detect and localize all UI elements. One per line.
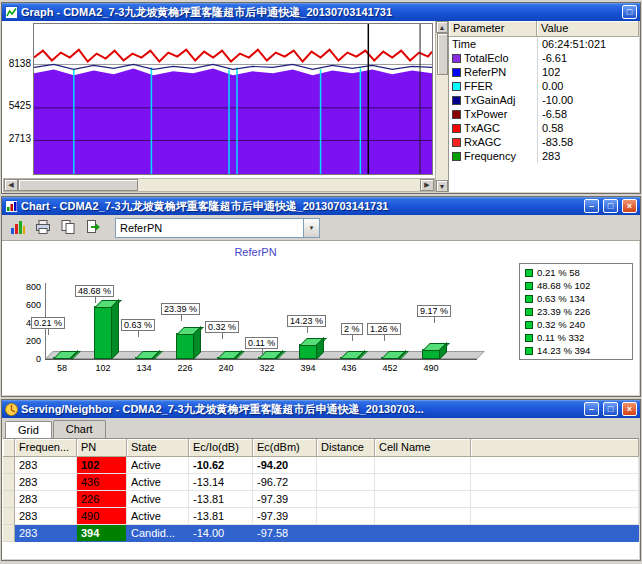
serving-window-icon <box>5 403 18 416</box>
maximize-button[interactable]: □ <box>603 199 618 213</box>
serving-neighbor-window: Serving/Neighbor - CDMA2_7-3九龙坡黄桷坪重客隆超市后… <box>1 399 641 561</box>
tab-chart[interactable]: Chart <box>53 420 106 438</box>
serving-grid: Frequen... PN State Ec/Io(dB) Ec(dBm) Di… <box>3 438 639 559</box>
row-selector-header <box>3 439 15 457</box>
x-tick: 322 <box>247 363 287 373</box>
series-color-swatch <box>452 152 461 161</box>
scroll-right-button[interactable]: ▶ <box>420 179 434 191</box>
bar-chart-icon <box>10 219 26 237</box>
column-header-ecio[interactable]: Ec/Io(dB) <box>189 439 253 457</box>
maximize-button[interactable]: □ <box>603 402 618 416</box>
printer-icon <box>35 219 51 237</box>
cell-ec: -97.58 <box>253 525 317 542</box>
minimize-button[interactable]: – <box>584 402 599 416</box>
close-button[interactable]: × <box>622 199 637 213</box>
cell-frequency: 283 <box>15 508 77 525</box>
y-tick: 8138 <box>9 58 31 69</box>
param-name: RxAGC <box>464 136 501 148</box>
percent-label: 23.39 % <box>161 303 200 315</box>
param-name: TotalEclo <box>464 52 509 64</box>
cell-ecio: -13.14 <box>189 474 253 491</box>
x-tick: 436 <box>329 363 369 373</box>
parameter-select[interactable]: ReferPN ▼ <box>115 218 320 238</box>
serving-tabstrip: Grid Chart <box>2 418 640 438</box>
column-header-state[interactable]: State <box>127 439 189 457</box>
percent-label: 1.26 % <box>367 323 401 335</box>
percent-label: 0.11 % <box>245 337 278 349</box>
cell-state: Active <box>127 457 189 474</box>
graph-y-axis: 8138 5425 2713 <box>3 21 33 178</box>
print-button[interactable] <box>32 218 54 238</box>
cell-ec: -94.20 <box>253 457 317 474</box>
chart-window-titlebar[interactable]: Chart - CDMA2_7-3九龙坡黄桷坪重客隆超市后申通快递_201307… <box>2 197 640 215</box>
copy-button[interactable] <box>57 218 79 238</box>
percent-label: 2 % <box>341 323 363 335</box>
y-tick: 2713 <box>9 133 31 144</box>
cell-state: Active <box>127 491 189 508</box>
percent-label: 48.68 % <box>75 285 114 297</box>
cell-pn: 226 <box>77 491 127 508</box>
legend-item: 0.32 % 240 <box>525 319 627 330</box>
close-button[interactable]: × <box>622 402 637 416</box>
chart-type-button[interactable] <box>7 218 29 238</box>
column-header-value[interactable]: Value <box>537 21 639 36</box>
tab-grid[interactable]: Grid <box>5 421 52 439</box>
cell-ecio: -14.00 <box>189 525 253 542</box>
scroll-up-button[interactable]: ▲ <box>436 21 448 33</box>
cell-frequency: 283 <box>15 474 77 491</box>
export-icon <box>85 219 101 237</box>
export-button[interactable] <box>82 218 104 238</box>
legend-item: 48.68 % 102 <box>525 280 627 291</box>
graph-plot-column: 8138 5425 2713 <box>3 21 435 192</box>
chart-window-icon <box>5 200 18 213</box>
param-value: -6.58 <box>537 107 639 121</box>
param-name: TxAGC <box>464 122 500 134</box>
signal-trace-plot <box>33 23 433 175</box>
legend-swatch <box>525 334 533 342</box>
chevron-down-icon[interactable]: ▼ <box>303 219 319 237</box>
scrollbar-thumb[interactable] <box>437 33 448 75</box>
graph-vertical-scrollbar[interactable]: ▲ ▼ <box>435 21 448 192</box>
parameter-table-header[interactable]: Parameter Value <box>449 21 639 37</box>
maximize-button[interactable]: □ <box>622 5 637 19</box>
param-name: Frequency <box>464 150 516 162</box>
param-name: Time <box>449 38 537 50</box>
scroll-left-button[interactable]: ◀ <box>4 179 18 191</box>
column-header-parameter[interactable]: Parameter <box>449 21 537 36</box>
column-header-distance[interactable]: Distance <box>317 439 375 457</box>
scrollbar-thumb[interactable] <box>18 179 138 191</box>
cell-frequency: 283 <box>15 491 77 508</box>
cell-state: Active <box>127 474 189 491</box>
cell-frequency: 283 <box>15 525 77 542</box>
graph-horizontal-scrollbar[interactable]: ◀ ▶ <box>3 178 435 192</box>
param-row: Frequency 283 <box>449 149 639 163</box>
cell-distance <box>317 525 375 542</box>
column-header-pn[interactable]: PN <box>77 439 127 457</box>
cell-frequency: 283 <box>15 457 77 474</box>
bar-chart-plot: 800 600 400 200 0 0.21 % 48.68 % 0.63 % … <box>3 259 508 394</box>
series-color-swatch <box>452 124 461 133</box>
cell-ecio: -13.81 <box>189 508 253 525</box>
scroll-down-button[interactable]: ▼ <box>436 180 448 192</box>
cell-state: Active <box>127 508 189 525</box>
y-tick: 5425 <box>9 100 31 111</box>
bar-226 <box>176 333 194 359</box>
param-row: TotalEclo -6.61 <box>449 51 639 65</box>
minimize-button[interactable]: – <box>584 199 599 213</box>
bar-chart-area: ReferPN 800 600 400 200 0 0.21 % 48.68 %… <box>3 241 639 395</box>
column-header-frequency[interactable]: Frequen... <box>15 439 77 457</box>
param-row: TxPower -6.58 <box>449 107 639 121</box>
column-header-cellname[interactable]: Cell Name <box>375 439 471 457</box>
x-tick: 226 <box>165 363 205 373</box>
column-header-ec[interactable]: Ec(dBm) <box>253 439 317 457</box>
series-color-swatch <box>452 54 461 63</box>
serving-window-titlebar[interactable]: Serving/Neighbor - CDMA2_7-3九龙坡黄桷坪重客隆超市后… <box>2 400 640 418</box>
y-tick: 600 <box>3 300 41 310</box>
cell-pn: 436 <box>77 474 127 491</box>
cell-ec: -97.39 <box>253 491 317 508</box>
legend-item: 0.11 % 332 <box>525 332 627 343</box>
copy-icon <box>60 219 76 237</box>
cell-cellname <box>375 508 471 525</box>
graph-window-titlebar[interactable]: Graph - CDMA2_7-3九龙坡黄桷坪重客隆超市后申通快递_201307… <box>2 3 640 21</box>
legend-item: 23.39 % 226 <box>525 306 627 317</box>
